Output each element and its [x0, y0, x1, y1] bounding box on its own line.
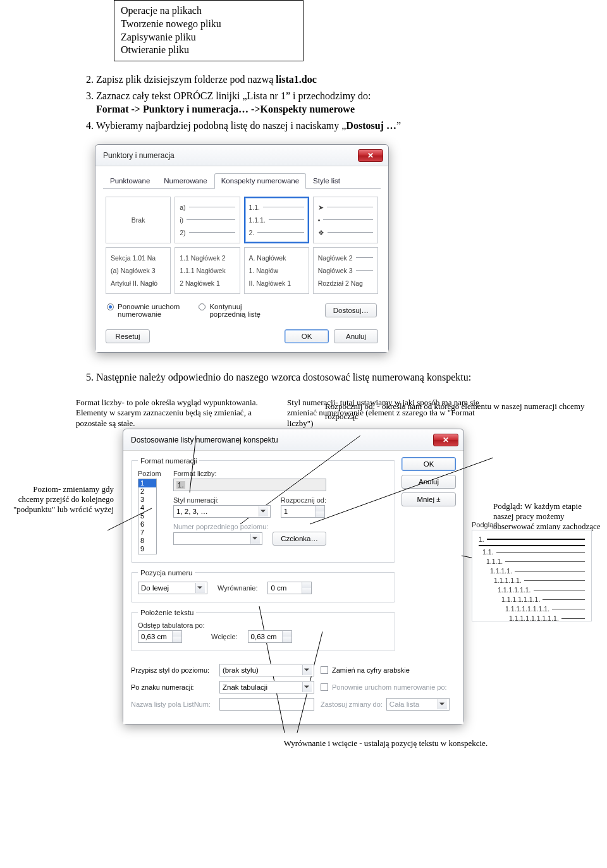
preset-line: A. Nagłówek	[249, 254, 286, 262]
preview-line: 1.1.	[482, 548, 494, 556]
alignment-spinner[interactable]: 0 cm	[267, 582, 312, 594]
level-item[interactable]: 5	[138, 512, 156, 520]
preset-option[interactable]: a) i) 2)	[175, 197, 240, 243]
instruction-list-2: Następnie należy odpowiednio do naszego …	[82, 370, 569, 384]
radio-icon	[199, 303, 205, 310]
font-button[interactable]: Czcionka…	[273, 532, 326, 546]
after-number-combo[interactable]: Znak tabulacji	[219, 681, 314, 694]
preset-none[interactable]: Brak	[106, 197, 171, 243]
tab-after-label: Odstęp tabulatora po:	[138, 621, 388, 629]
bullets-numbering-dialog: Punktory i numeracja ✕ Punktowane Numero…	[95, 144, 389, 353]
annotation-alignment-indent: Wyrównanie i wcięcie - ustalają pozycję …	[6, 738, 601, 749]
close-button[interactable]: ✕	[358, 149, 383, 162]
step-menu-path: Format -> Punktory i numeracja… ->Konspe…	[96, 104, 355, 114]
combo-value: Cała lista	[389, 700, 419, 708]
level-item[interactable]: 8	[138, 537, 156, 545]
radio-label: Ponownie uruchomnumerowanie	[118, 303, 180, 318]
preset-grid: Brak a) i) 2) 1.1. 1.1.1. 2. ➤ ▪ ❖	[103, 189, 381, 296]
customize-outline-dialog: Dostosowanie listy numerowanej konspektu…	[123, 429, 464, 724]
ok-button[interactable]: OK	[285, 329, 329, 343]
instruction-step-3: Zaznacz cały tekst OPRÓCZ linijki „Lista…	[96, 89, 569, 116]
step-text: ”	[396, 120, 401, 131]
level-item[interactable]: 1	[138, 479, 156, 487]
preset-line: II. Nagłówek 1	[249, 279, 291, 287]
start-at-label: Rozpocznij od:	[281, 496, 326, 504]
file-ops-line: Otwieranie pliku	[121, 44, 297, 57]
customize-button[interactable]: Dostosuj…	[325, 303, 377, 317]
file-ops-line: Zapisywanie pliku	[121, 31, 297, 44]
preset-label: Brak	[132, 216, 145, 224]
level-listbox[interactable]: 1 2 3 4 5 6 7 8	[138, 479, 157, 554]
preview-line: 1.1.1.	[486, 558, 503, 565]
spinner-value: 0,63 cm	[141, 633, 167, 640]
radio-continue-list[interactable]: Kontynuujpoprzednią listę	[199, 303, 261, 318]
arabic-label: Zamień na cyfry arabskie	[332, 666, 410, 674]
alignment-label: Wyrównanie:	[218, 584, 257, 592]
cancel-button[interactable]: Anuluj	[334, 329, 378, 343]
level-item[interactable]: 7	[138, 529, 156, 537]
step-text: Zaznacz cały tekst OPRÓCZ linijki „Lista…	[96, 90, 371, 101]
instruction-step-4: Wybieramy najbardziej podobną listę do n…	[96, 119, 569, 133]
after-number-label: Po znaku numeracji:	[131, 683, 213, 691]
preset-option[interactable]: 1.1 Nagłówek 2 1.1.1 Nagłówek 2 Nagłówek…	[175, 247, 240, 294]
spinner-value: 0 cm	[271, 584, 286, 592]
tab-numbered[interactable]: Numerowane	[157, 173, 214, 189]
group-legend: Położenie tekstu	[138, 609, 196, 616]
tab-after-spinner[interactable]: 0,63 cm	[138, 630, 182, 643]
level-item[interactable]: 4	[138, 504, 156, 512]
step-text: Wybieramy najbardziej podobną listę do n…	[96, 120, 346, 131]
preset-line: 1. Nagłów	[249, 267, 279, 274]
preview-box: 1. 1.1. 1.1.1. 1.1.1.1. 1.1.1.1.1. 1.1.1…	[472, 530, 592, 621]
tab-outline-numbered[interactable]: Konspekty numerowane	[214, 173, 306, 189]
indent-spinner[interactable]: 0,63 cm	[248, 630, 292, 643]
preset-option[interactable]: Sekcja 1.01 Na (a) Nagłówek 3 Artykuł II…	[106, 247, 171, 294]
number-style-combo[interactable]: 1, 2, 3, …	[173, 505, 271, 518]
preset-line: Sekcja 1.01 Na	[111, 254, 156, 262]
reset-button[interactable]: Resetuj	[106, 329, 150, 343]
instruction-step-2: Zapisz plik dzisiejszym folderze pod naz…	[96, 73, 569, 87]
close-button[interactable]: ✕	[433, 434, 458, 446]
assign-style-combo[interactable]: (brak stylu)	[219, 664, 314, 676]
preview-line: 1.1.1.1.1.1.	[498, 586, 531, 594]
level-item[interactable]: 3	[138, 496, 156, 504]
instruction-list: Zapisz plik dzisiejszym folderze pod naz…	[82, 73, 569, 132]
ok-button[interactable]: OK	[402, 457, 456, 471]
dialog-titlebar: Punktory i numeracja ✕	[95, 145, 388, 166]
level-item[interactable]: 6	[138, 520, 156, 529]
tab-list-styles[interactable]: Style list	[306, 173, 347, 189]
number-style-label: Styl numeracji:	[173, 496, 271, 504]
annotation-start-at: Rozpocznij od: - określa nam od którego …	[123, 401, 601, 429]
apply-to-combo: Cała lista	[386, 698, 450, 711]
number-format-input[interactable]: 1.	[173, 479, 326, 491]
preset-line: (a) Nagłówek 3	[111, 267, 156, 274]
preset-option-selected[interactable]: 1.1. 1.1.1. 2.	[244, 197, 309, 243]
preset-line: 1.1 Nagłówek 2	[180, 254, 225, 262]
preset-line: Nagłówek 3	[318, 267, 353, 274]
tab-bulleted[interactable]: Punktowane	[103, 173, 157, 189]
number-align-combo[interactable]: Do lewej	[138, 582, 207, 594]
text-position-group: Położenie tekstu Odstęp tabulatora po: 0…	[131, 609, 395, 651]
preset-line: i)	[180, 216, 183, 224]
step-button-name: Dostosuj …	[346, 120, 396, 131]
dialog-titlebar: Dostosowanie listy numerowanej konspektu…	[123, 429, 463, 451]
file-ops-line: Operacje na plikach	[121, 4, 297, 18]
dialog-title: Dostosowanie listy numerowanej konspektu	[131, 436, 278, 444]
preset-line: 1.1.1.	[249, 216, 266, 224]
apply-to-label: Zastosuj zmiany do:	[321, 700, 383, 708]
preset-line: a)	[180, 204, 185, 211]
arabic-checkbox[interactable]	[321, 666, 328, 674]
preview-line: 1.	[479, 535, 484, 543]
start-at-spinner[interactable]: 1	[281, 505, 325, 518]
preset-line: Artykuł II. Nagłó	[111, 279, 157, 287]
less-button[interactable]: Mniej ±	[402, 492, 456, 506]
radio-restart-numbering[interactable]: Ponownie uruchomnumerowanie	[107, 303, 180, 318]
assign-style-label: Przypisz styl do poziomu:	[131, 666, 213, 674]
preset-option[interactable]: Nagłówek 2 Nagłówek 3 Rozdział 2 Nag	[313, 247, 378, 294]
preset-option[interactable]: A. Nagłówek 1. Nagłów II. Nagłówek 1	[244, 247, 309, 294]
preview-line: 1.1.1.1.1.1.1.1.1.	[509, 614, 559, 622]
level-item[interactable]: 9	[138, 545, 156, 553]
level-item[interactable]: 2	[138, 487, 156, 496]
preset-option[interactable]: ➤ ▪ ❖	[313, 197, 378, 243]
cancel-button[interactable]: Anuluj	[402, 475, 456, 489]
combo-value: 1, 2, 3, …	[176, 508, 208, 515]
